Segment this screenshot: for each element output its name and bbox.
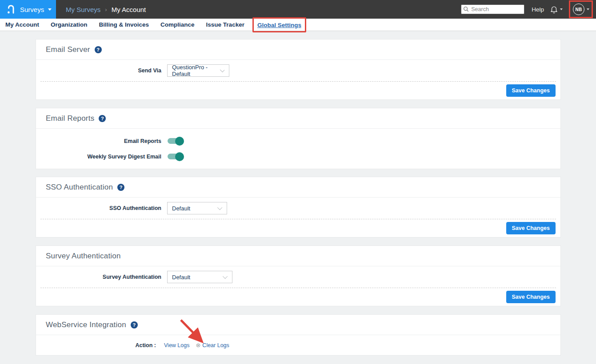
clear-logs-link[interactable]: ⊗ Clear Logs — [196, 342, 229, 348]
search-icon — [463, 6, 469, 12]
send-via-value: QuestionPro - Default — [172, 64, 221, 77]
notifications-menu[interactable] — [550, 5, 563, 14]
section-title: Survey Authentication — [46, 252, 121, 261]
help-icon[interactable]: ? — [131, 321, 138, 328]
tab-billing-invoices[interactable]: Billing & Invoices — [99, 21, 149, 28]
surveys-menu-button[interactable]: Surveys — [0, 0, 56, 19]
account-tabs: My Account Organization Billing & Invoic… — [0, 19, 596, 31]
email-reports-toggle-label: Email Reports — [36, 138, 161, 144]
help-link[interactable]: Help — [532, 6, 544, 13]
view-logs-link[interactable]: View Logs — [164, 342, 189, 348]
section-title: Email Server — [46, 45, 90, 54]
save-changes-button[interactable]: Save Changes — [506, 291, 556, 303]
avatar-highlight-annotation: NB — [569, 0, 593, 18]
survey-authentication-value: Default — [172, 274, 190, 281]
breadcrumb-my-surveys[interactable]: My Surveys — [66, 6, 100, 13]
chevron-down-icon — [587, 8, 589, 10]
section-title: SSO Authentication — [46, 183, 113, 192]
top-navigation-bar: Surveys My Surveys › My Account Help NB — [0, 0, 596, 19]
breadcrumb-current-page: My Account — [112, 6, 146, 13]
tab-global-settings[interactable]: Global Settings — [257, 22, 301, 28]
tab-compliance[interactable]: Compliance — [160, 21, 195, 28]
tab-organization[interactable]: Organization — [51, 21, 88, 28]
questionpro-logo-icon — [6, 4, 16, 15]
circled-x-icon: ⊗ — [196, 342, 200, 348]
clear-logs-label: Clear Logs — [202, 342, 229, 348]
save-changes-button[interactable]: Save Changes — [506, 222, 556, 234]
help-icon[interactable]: ? — [99, 115, 106, 122]
sso-authentication-label: SSO Authentication — [36, 205, 161, 211]
survey-authentication-label: Survey Authentication — [36, 274, 161, 280]
bell-icon — [550, 5, 558, 14]
weekly-digest-toggle-label: Weekly Survey Digest Email — [36, 154, 161, 160]
breadcrumb: My Surveys › My Account — [66, 0, 146, 19]
section-title: Email Reports — [46, 114, 94, 123]
help-icon[interactable]: ? — [95, 46, 102, 53]
tab-highlight-annotation: Global Settings — [252, 17, 306, 32]
tab-my-account[interactable]: My Account — [5, 21, 39, 28]
save-changes-button[interactable]: Save Changes — [506, 84, 556, 97]
sso-authentication-value: Default — [172, 205, 190, 212]
user-avatar[interactable]: NB — [573, 4, 584, 15]
sso-authentication-section: SSO Authentication ? SSO Authentication … — [36, 177, 561, 237]
weekly-digest-toggle[interactable] — [168, 154, 183, 159]
action-label: Action : — [36, 342, 156, 348]
chevron-down-icon — [223, 274, 228, 279]
survey-authentication-dropdown[interactable]: Default — [167, 271, 232, 283]
webservice-integration-section: WebService Integration ? Action : View L… — [36, 314, 561, 356]
help-icon[interactable]: ? — [117, 184, 124, 191]
chevron-down-icon — [217, 205, 222, 210]
section-title: WebService Integration — [46, 320, 126, 329]
send-via-label: Send Via — [36, 67, 161, 74]
chevron-down-icon — [48, 8, 52, 11]
survey-authentication-section: Survey Authentication Survey Authenticat… — [36, 245, 561, 306]
product-label: Surveys — [20, 6, 44, 13]
chevron-down-icon — [560, 8, 563, 10]
sso-authentication-dropdown[interactable]: Default — [167, 202, 227, 214]
breadcrumb-separator: › — [105, 6, 107, 13]
email-reports-section: Email Reports ? Email Reports Weekly Sur… — [36, 108, 561, 169]
search-input[interactable] — [461, 4, 524, 14]
send-via-dropdown[interactable]: QuestionPro - Default — [167, 64, 229, 77]
email-reports-toggle[interactable] — [168, 138, 183, 144]
email-server-section: Email Server ? Send Via QuestionPro - De… — [36, 39, 561, 100]
tab-issue-tracker[interactable]: Issue Tracker — [206, 21, 244, 28]
search-box — [461, 4, 524, 14]
